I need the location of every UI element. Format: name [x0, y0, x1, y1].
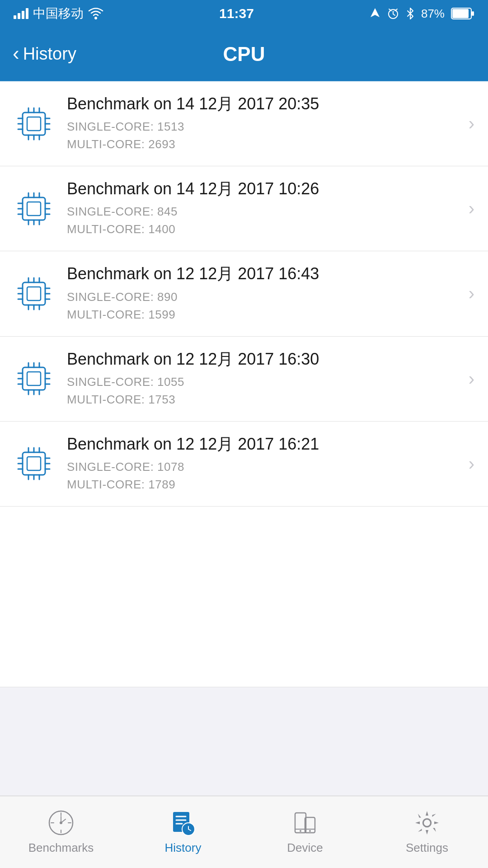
svg-rect-38 [27, 287, 41, 300]
item-chevron-icon: › [469, 283, 474, 304]
multi-core-value: MULTI-CORE: 1753 [67, 391, 461, 408]
cpu-icon [14, 273, 54, 314]
item-chevron-icon: › [469, 369, 474, 389]
benchmark-title: Benchmark on 12 12月 2017 16:21 [67, 434, 461, 454]
benchmark-title: Benchmark on 14 12月 2017 20:35 [67, 94, 461, 113]
single-core-value: SINGLE-CORE: 845 [67, 203, 461, 221]
svg-rect-52 [27, 372, 41, 385]
benchmark-list: Benchmark on 14 12月 2017 20:35 SINGLE-CO… [0, 81, 488, 507]
device-icon [291, 809, 319, 836]
item-content: Benchmark on 14 12月 2017 20:35 SINGLE-CO… [67, 94, 461, 153]
alarm-icon [387, 7, 399, 20]
svg-rect-23 [23, 197, 45, 220]
single-core-value: SINGLE-CORE: 1513 [67, 118, 461, 136]
device-tab-label: Device [287, 841, 323, 855]
back-label: History [23, 44, 76, 64]
multi-core-value: MULTI-CORE: 2693 [67, 136, 461, 153]
svg-rect-51 [23, 367, 45, 390]
tab-settings[interactable]: Settings [366, 802, 488, 862]
svg-rect-37 [23, 282, 45, 305]
multi-core-value: MULTI-CORE: 1789 [67, 476, 461, 493]
list-item[interactable]: Benchmark on 14 12月 2017 20:35 SINGLE-CO… [0, 81, 488, 166]
cpu-icon [14, 358, 54, 399]
nav-bar: ‹ History CPU [0, 27, 488, 81]
tab-bar: Benchmarks History [0, 796, 488, 868]
content-scroll: Benchmark on 14 12月 2017 20:35 SINGLE-CO… [0, 81, 488, 868]
single-core-value: SINGLE-CORE: 1078 [67, 458, 461, 476]
benchmarks-tab-label: Benchmarks [28, 841, 94, 855]
svg-point-97 [300, 830, 301, 832]
history-tab-label: History [165, 841, 202, 855]
svg-point-0 [94, 17, 97, 19]
cpu-icon [14, 188, 54, 229]
wifi-icon [88, 8, 103, 19]
list-item[interactable]: Benchmark on 12 12月 2017 16:21 SINGLE-CO… [0, 422, 488, 507]
status-left: 中国移动 [14, 5, 103, 22]
svg-rect-9 [23, 113, 45, 135]
multi-core-value: MULTI-CORE: 1599 [67, 306, 461, 324]
carrier-label: 中国移动 [33, 5, 84, 22]
status-time: 11:37 [219, 6, 254, 21]
single-core-value: SINGLE-CORE: 890 [67, 288, 461, 306]
item-chevron-icon: › [469, 113, 474, 134]
status-right: 87% [370, 7, 474, 21]
bluetooth-icon [406, 7, 415, 20]
location-icon [370, 7, 380, 20]
svg-line-86 [61, 819, 66, 823]
svg-point-102 [423, 819, 431, 826]
item-content: Benchmark on 12 12月 2017 16:21 SINGLE-CO… [67, 434, 461, 493]
single-core-value: SINGLE-CORE: 1055 [67, 373, 461, 391]
svg-rect-10 [27, 117, 41, 131]
benchmark-title: Benchmark on 14 12月 2017 10:26 [67, 179, 461, 198]
item-chevron-icon: › [469, 454, 474, 474]
item-content: Benchmark on 12 12月 2017 16:43 SINGLE-CO… [67, 264, 461, 323]
svg-rect-95 [295, 813, 306, 833]
back-chevron-icon: ‹ [13, 42, 19, 65]
list-item[interactable]: Benchmark on 12 12月 2017 16:30 SINGLE-CO… [0, 337, 488, 422]
battery-label: 87% [421, 7, 445, 21]
list-item[interactable]: Benchmark on 12 12月 2017 16:43 SINGLE-CO… [0, 251, 488, 336]
cpu-icon [14, 443, 54, 484]
battery-icon [451, 8, 474, 19]
svg-rect-65 [23, 452, 45, 475]
benchmark-title: Benchmark on 12 12月 2017 16:30 [67, 349, 461, 369]
signal-icon [14, 8, 28, 19]
tab-device[interactable]: Device [244, 802, 366, 862]
status-bar: 中国移动 11:37 87% [0, 0, 488, 27]
settings-tab-label: Settings [406, 841, 448, 855]
svg-rect-24 [27, 202, 41, 216]
benchmark-title: Benchmark on 12 12月 2017 16:43 [67, 264, 461, 283]
svg-rect-7 [452, 9, 469, 18]
svg-rect-66 [27, 457, 41, 470]
list-spacer [0, 507, 488, 687]
page-title: CPU [223, 43, 265, 66]
svg-rect-8 [472, 11, 474, 16]
tab-history[interactable]: History [122, 802, 244, 862]
history-icon [169, 809, 197, 836]
svg-line-3 [393, 14, 395, 15]
settings-icon [413, 809, 441, 836]
list-item[interactable]: Benchmark on 14 12月 2017 10:26 SINGLE-CO… [0, 166, 488, 251]
item-content: Benchmark on 12 12月 2017 16:30 SINGLE-CO… [67, 349, 461, 408]
multi-core-value: MULTI-CORE: 1400 [67, 221, 461, 238]
cpu-icon [14, 103, 54, 144]
back-button[interactable]: ‹ History [13, 44, 76, 65]
tab-benchmarks[interactable]: Benchmarks [0, 802, 122, 862]
benchmarks-icon [47, 809, 75, 836]
item-chevron-icon: › [469, 198, 474, 219]
svg-point-100 [309, 830, 311, 832]
item-content: Benchmark on 14 12月 2017 10:26 SINGLE-CO… [67, 179, 461, 238]
